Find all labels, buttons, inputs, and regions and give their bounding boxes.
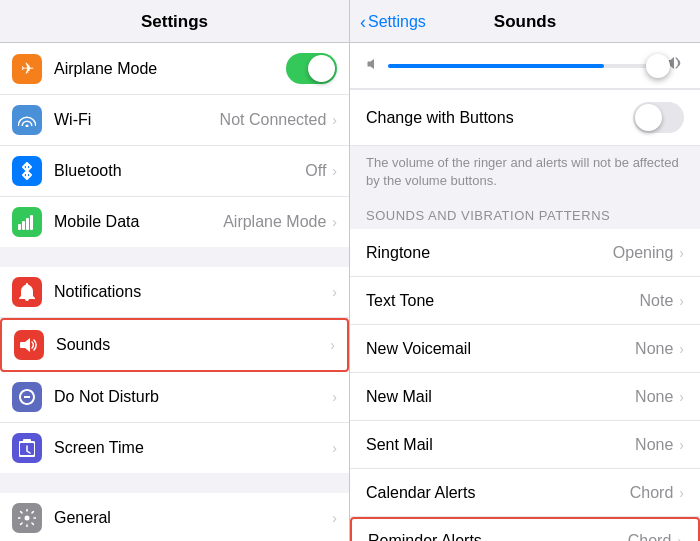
mobile-data-label: Mobile Data <box>54 213 223 231</box>
change-with-buttons-label: Change with Buttons <box>366 109 633 127</box>
settings-group-3: General › Control Centre › <box>0 493 349 541</box>
change-with-buttons-row[interactable]: Change with Buttons <box>350 90 700 146</box>
wifi-value: Not Connected <box>220 111 327 129</box>
settings-item-mobile-data[interactable]: Mobile Data Airplane Mode › <box>0 197 349 247</box>
svg-rect-3 <box>30 215 33 230</box>
notifications-chevron: › <box>332 284 337 300</box>
settings-group-1: ✈ Airplane Mode Wi-Fi Not Connected › <box>0 43 349 247</box>
text-tone-value: Note <box>640 292 674 310</box>
svg-rect-1 <box>22 221 25 230</box>
new-mail-chevron: › <box>679 389 684 405</box>
general-chevron: › <box>332 510 337 526</box>
svg-point-6 <box>25 516 30 521</box>
back-button[interactable]: ‹ Settings <box>360 12 426 33</box>
ringtone-value: Opening <box>613 244 674 262</box>
sounds-label: Sounds <box>56 336 330 354</box>
notifications-label: Notifications <box>54 283 332 301</box>
svg-rect-0 <box>18 224 21 230</box>
right-header: ‹ Settings Sounds <box>350 0 700 43</box>
do-not-disturb-chevron: › <box>332 389 337 405</box>
screen-time-chevron: › <box>332 440 337 456</box>
mobile-data-chevron: › <box>332 214 337 230</box>
text-tone-chevron: › <box>679 293 684 309</box>
screen-time-label: Screen Time <box>54 439 332 457</box>
right-item-new-mail[interactable]: New Mail None › <box>350 373 700 421</box>
sounds-vibration-header: SOUNDS AND VIBRATION PATTERNS <box>350 202 700 229</box>
svg-rect-2 <box>26 218 29 230</box>
right-panel-title: Sounds <box>494 12 556 32</box>
settings-item-bluetooth[interactable]: Bluetooth Off › <box>0 146 349 197</box>
general-icon <box>12 503 42 533</box>
calendar-alerts-chevron: › <box>679 485 684 501</box>
airplane-mode-icon: ✈ <box>12 54 42 84</box>
wifi-label: Wi-Fi <box>54 111 220 129</box>
settings-item-wifi[interactable]: Wi-Fi Not Connected › <box>0 95 349 146</box>
do-not-disturb-icon <box>12 382 42 412</box>
right-item-text-tone[interactable]: Text Tone Note › <box>350 277 700 325</box>
ringtone-label: Ringtone <box>366 244 613 262</box>
bluetooth-icon <box>12 156 42 186</box>
right-item-sent-mail[interactable]: Sent Mail None › <box>350 421 700 469</box>
notifications-icon <box>12 277 42 307</box>
do-not-disturb-label: Do Not Disturb <box>54 388 332 406</box>
new-voicemail-label: New Voicemail <box>366 340 635 358</box>
right-content: Change with Buttons The volume of the ri… <box>350 43 700 541</box>
general-label: General <box>54 509 332 527</box>
airplane-mode-toggle[interactable] <box>286 53 337 84</box>
volume-row[interactable] <box>350 43 700 89</box>
slider-thumb <box>646 54 670 78</box>
right-item-reminder-alerts[interactable]: Reminder Alerts Chord › <box>350 517 700 541</box>
calendar-alerts-label: Calendar Alerts <box>366 484 630 502</box>
sent-mail-label: Sent Mail <box>366 436 635 454</box>
volume-low-icon <box>366 57 380 74</box>
settings-item-sounds[interactable]: Sounds › <box>0 318 349 372</box>
sounds-icon <box>14 330 44 360</box>
sent-mail-chevron: › <box>679 437 684 453</box>
bluetooth-value: Off <box>305 162 326 180</box>
back-chevron-icon: ‹ <box>360 12 366 33</box>
slider-fill <box>388 64 604 68</box>
new-voicemail-chevron: › <box>679 341 684 357</box>
left-panel: Settings ✈ Airplane Mode Wi-Fi Not <box>0 0 350 541</box>
new-mail-value: None <box>635 388 673 406</box>
text-tone-label: Text Tone <box>366 292 640 310</box>
settings-item-screen-time[interactable]: Screen Time › <box>0 423 349 473</box>
change-with-buttons-toggle[interactable] <box>633 102 684 133</box>
ringtone-chevron: › <box>679 245 684 261</box>
mobile-data-value: Airplane Mode <box>223 213 326 231</box>
calendar-alerts-value: Chord <box>630 484 674 502</box>
settings-item-notifications[interactable]: Notifications › <box>0 267 349 318</box>
settings-item-do-not-disturb[interactable]: Do Not Disturb › <box>0 372 349 423</box>
sent-mail-value: None <box>635 436 673 454</box>
settings-item-general[interactable]: General › <box>0 493 349 541</box>
right-item-calendar-alerts[interactable]: Calendar Alerts Chord › <box>350 469 700 517</box>
reminder-alerts-value: Chord <box>628 532 672 541</box>
left-panel-title: Settings <box>0 0 349 43</box>
airplane-mode-label: Airplane Mode <box>54 60 286 78</box>
sounds-vibration-list: Ringtone Opening › Text Tone Note › New … <box>350 229 700 541</box>
screen-time-icon <box>12 433 42 463</box>
info-text: The volume of the ringer and alerts will… <box>350 146 700 202</box>
bluetooth-chevron: › <box>332 163 337 179</box>
volume-slider[interactable] <box>388 64 658 68</box>
toggle-knob <box>635 104 662 131</box>
right-item-new-voicemail[interactable]: New Voicemail None › <box>350 325 700 373</box>
sounds-chevron: › <box>330 337 335 353</box>
new-mail-label: New Mail <box>366 388 635 406</box>
right-item-ringtone[interactable]: Ringtone Opening › <box>350 229 700 277</box>
wifi-icon <box>12 105 42 135</box>
reminder-alerts-label: Reminder Alerts <box>368 532 628 541</box>
settings-item-airplane-mode[interactable]: ✈ Airplane Mode <box>0 43 349 95</box>
back-label: Settings <box>368 13 426 31</box>
reminder-alerts-chevron: › <box>677 533 682 541</box>
wifi-chevron: › <box>332 112 337 128</box>
toggle-knob <box>308 55 335 82</box>
mobile-data-icon <box>12 207 42 237</box>
bluetooth-label: Bluetooth <box>54 162 305 180</box>
settings-list: ✈ Airplane Mode Wi-Fi Not Connected › <box>0 43 349 541</box>
right-panel: ‹ Settings Sounds <box>350 0 700 541</box>
new-voicemail-value: None <box>635 340 673 358</box>
settings-group-2: Notifications › Sounds › <box>0 267 349 473</box>
